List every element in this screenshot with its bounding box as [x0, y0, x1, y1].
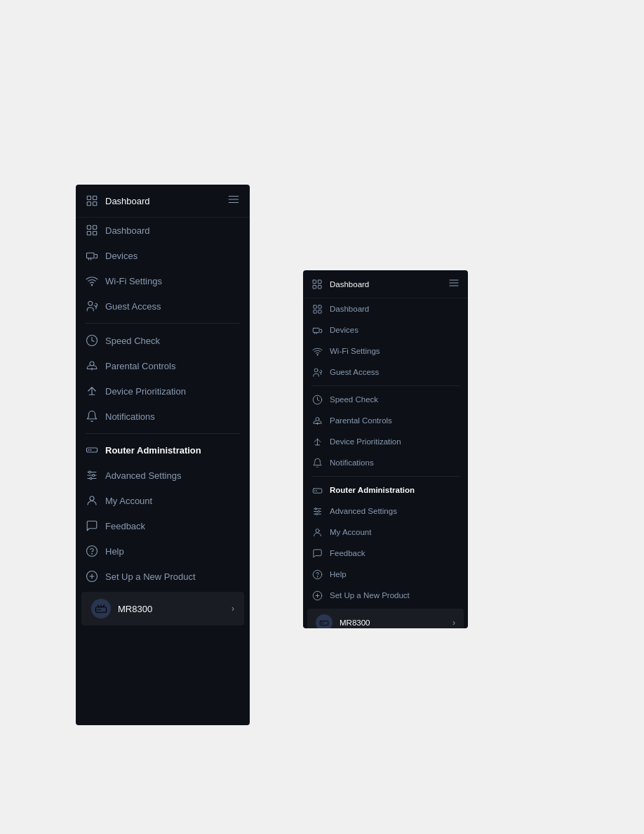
divider-1	[86, 323, 240, 324]
svg-point-28	[89, 471, 91, 473]
sidebar-item-small-speed[interactable]: Speed Check	[303, 389, 468, 410]
svg-rect-7	[87, 225, 90, 229]
sidebar-item-help[interactable]: Help	[76, 538, 250, 564]
svg-rect-11	[87, 253, 95, 258]
sidebar-item-small-parental[interactable]: Parental Controls	[303, 410, 468, 431]
svg-point-17	[90, 362, 94, 366]
small-router-admin-icon	[311, 484, 323, 496]
priority-icon	[86, 385, 98, 397]
small-devices-icon	[311, 324, 323, 336]
sidebar-header-large: Dashboard	[76, 185, 250, 218]
sidebar-item-small-priority[interactable]: Device Prioritization	[303, 431, 468, 452]
advanced-settings-label: Advanced Settings	[105, 470, 181, 481]
dashboard-icon	[86, 224, 98, 237]
dashboard-icon-header	[86, 194, 98, 207]
svg-point-15	[88, 301, 93, 305]
hamburger-button-small[interactable]	[448, 277, 459, 291]
sidebar-item-dashboard[interactable]: Dashboard	[76, 218, 250, 243]
sidebar-item-small-setup[interactable]: Set Up a New Product	[303, 585, 468, 606]
setup-label: Set Up a New Product	[105, 571, 196, 582]
small-help-icon	[311, 569, 323, 580]
sidebar-item-small-router-admin[interactable]: Router Administration	[303, 479, 468, 501]
sidebar-item-parental[interactable]: Parental Controls	[76, 353, 250, 378]
small-guest-icon	[311, 366, 323, 378]
sidebar-item-priority[interactable]: Device Prioritization	[76, 378, 250, 404]
feedback-label: Feedback	[105, 521, 145, 531]
svg-rect-51	[318, 305, 321, 307]
guest-label: Guest Access	[105, 301, 161, 312]
sidebar-item-wifi[interactable]: Wi-Fi Settings	[76, 268, 250, 293]
hamburger-button-large[interactable]	[227, 193, 240, 208]
sidebar-item-small-notifications[interactable]: Notifications	[303, 452, 468, 473]
small-feedback-icon	[311, 548, 323, 559]
small-feedback-label: Feedback	[330, 549, 365, 557]
router-admin-label: Router Administration	[105, 445, 201, 456]
svg-rect-1	[93, 196, 97, 199]
sidebar-item-small-feedback[interactable]: Feedback	[303, 543, 468, 564]
small-wifi-icon	[311, 345, 323, 357]
device-item-small[interactable]: MR8300 ›	[307, 609, 464, 628]
sidebar-title-large: Dashboard	[105, 196, 150, 206]
sidebar-item-small-account[interactable]: My Account	[303, 522, 468, 543]
small-parental-icon	[311, 415, 323, 426]
small-setup-icon	[311, 590, 323, 601]
account-label: My Account	[105, 496, 152, 506]
small-divider-1	[311, 385, 459, 386]
small-notifications-icon	[311, 457, 323, 468]
help-label: Help	[105, 546, 124, 557]
small-help-label: Help	[330, 570, 347, 578]
small-parental-label: Parental Controls	[330, 416, 392, 425]
small-speed-label: Speed Check	[330, 395, 378, 404]
sidebar-item-small-wifi[interactable]: Wi-Fi Settings	[303, 340, 468, 362]
small-devices-label: Devices	[330, 326, 358, 334]
router-admin-icon	[86, 444, 98, 456]
svg-point-29	[93, 475, 95, 477]
svg-rect-44	[318, 280, 321, 284]
sidebar-item-router-admin[interactable]: Router Administration	[76, 438, 250, 463]
sidebar-item-setup[interactable]: Set Up a New Product	[76, 564, 250, 589]
chevron-right-large: ›	[232, 604, 234, 614]
small-priority-icon	[311, 436, 323, 447]
svg-point-30	[90, 477, 92, 479]
sidebar-large: Dashboard Dashboard Devices Wi-Fi Settin…	[76, 185, 250, 725]
advanced-settings-icon	[86, 469, 98, 482]
svg-rect-9	[87, 232, 90, 235]
svg-rect-43	[313, 280, 316, 284]
small-router-device-icon	[316, 614, 333, 628]
svg-rect-46	[318, 285, 321, 289]
sidebar-item-account[interactable]: My Account	[76, 488, 250, 513]
sidebar-item-small-guest[interactable]: Guest Access	[303, 362, 468, 383]
svg-point-31	[90, 496, 94, 501]
feedback-icon	[86, 519, 98, 532]
svg-rect-2	[87, 202, 90, 206]
svg-point-58	[314, 368, 318, 371]
dashboard-icon-header-small	[311, 279, 323, 290]
sidebar-item-small-dashboard[interactable]: Dashboard	[303, 298, 468, 319]
sidebar-item-small-advanced[interactable]: Advanced Settings	[303, 501, 468, 522]
account-icon	[86, 494, 98, 507]
sidebar-item-notifications[interactable]: Notifications	[76, 404, 250, 429]
setup-icon	[86, 570, 98, 583]
sidebar-item-devices[interactable]: Devices	[76, 243, 250, 268]
router-device-icon	[91, 599, 111, 618]
small-dashboard-label: Dashboard	[330, 305, 369, 313]
svg-rect-50	[313, 305, 316, 307]
sidebar-item-speed[interactable]: Speed Check	[76, 328, 250, 353]
dashboard-label: Dashboard	[105, 225, 150, 236]
sidebar-item-guest[interactable]: Guest Access	[76, 293, 250, 319]
svg-rect-45	[313, 285, 316, 289]
sidebar-item-advanced[interactable]: Advanced Settings	[76, 463, 250, 488]
svg-rect-8	[93, 225, 97, 229]
device-item-large[interactable]: MR8300 ›	[81, 592, 244, 626]
sidebar-title-small: Dashboard	[330, 280, 369, 289]
small-divider-2	[311, 476, 459, 477]
small-advanced-icon	[311, 505, 323, 517]
small-account-label: My Account	[330, 528, 371, 536]
small-account-icon	[311, 527, 323, 538]
sidebar-item-small-devices[interactable]: Devices	[303, 319, 468, 340]
sidebar-item-feedback[interactable]: Feedback	[76, 513, 250, 538]
small-dashboard-icon	[311, 303, 323, 315]
sidebar-item-small-help[interactable]: Help	[303, 564, 468, 585]
divider-2	[86, 433, 240, 434]
svg-rect-0	[87, 196, 90, 199]
